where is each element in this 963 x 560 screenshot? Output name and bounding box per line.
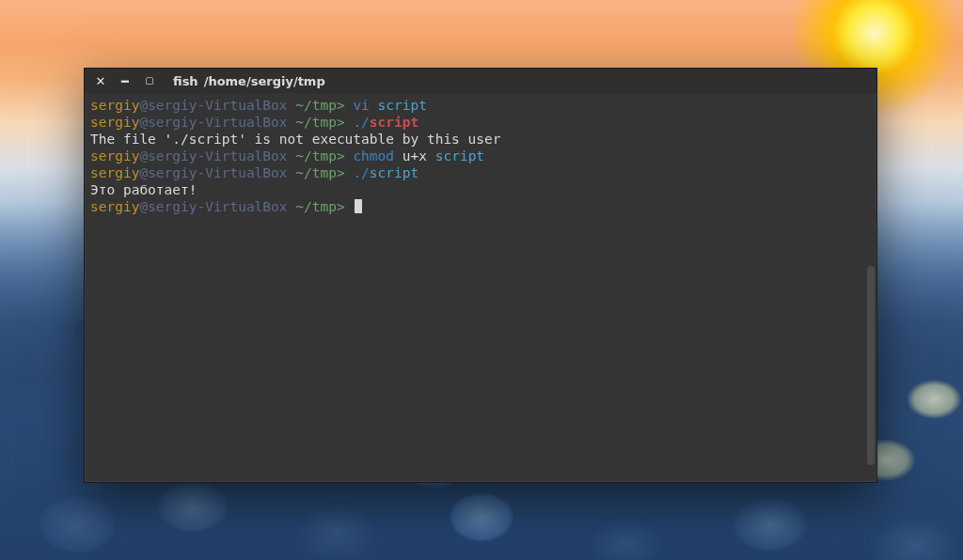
command-line: sergiy@sergiy-VirtualBox ~/tmp> ./script xyxy=(90,114,871,131)
desktop-wallpaper: ✕ ━ ▢ fish /home/sergiy/tmp sergiy@sergi… xyxy=(0,0,963,560)
minimize-icon[interactable]: ━ xyxy=(118,75,132,87)
output-line: The file './script' is not executable by… xyxy=(90,131,871,148)
title-app: fish xyxy=(173,74,198,88)
terminal-output[interactable]: sergiy@sergiy-VirtualBox ~/tmp> vi scrip… xyxy=(85,93,876,482)
title-path: /home/sergiy/tmp xyxy=(204,74,325,88)
prompt-line[interactable]: sergiy@sergiy-VirtualBox ~/tmp> xyxy=(90,198,871,215)
command-line: sergiy@sergiy-VirtualBox ~/tmp> chmod u+… xyxy=(90,148,871,164)
command-line: sergiy@sergiy-VirtualBox ~/tmp> ./script xyxy=(90,164,871,181)
terminal-window[interactable]: ✕ ━ ▢ fish /home/sergiy/tmp sergiy@sergi… xyxy=(84,68,877,483)
output-line: Это работает! xyxy=(90,181,871,198)
command-line: sergiy@sergiy-VirtualBox ~/tmp> vi scrip… xyxy=(90,97,871,114)
close-icon[interactable]: ✕ xyxy=(94,75,107,87)
maximize-icon[interactable]: ▢ xyxy=(143,76,156,86)
window-titlebar[interactable]: ✕ ━ ▢ fish /home/sergiy/tmp xyxy=(85,69,876,93)
window-title: fish /home/sergiy/tmp xyxy=(173,74,325,88)
scrollbar-thumb[interactable] xyxy=(867,266,875,465)
cursor-icon xyxy=(355,199,362,213)
